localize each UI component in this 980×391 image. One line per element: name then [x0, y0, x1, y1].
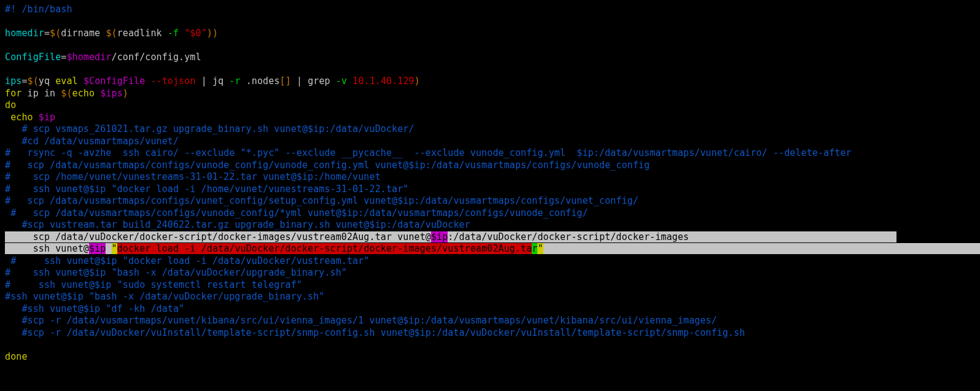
code-editor-view[interactable]: #! /bin/bash homedir=$(dirname $(readlin…	[0, 0, 980, 366]
comment-line: # ssh vunet@$ip "sudo systemctl restart …	[5, 279, 302, 290]
kw-done: done	[5, 351, 28, 362]
comment-line: # ssh vunet@$ip "docker load -i /data/vu…	[5, 255, 370, 266]
pipe: |	[196, 75, 212, 87]
selected-scp-cmd: scp /data/vuDocker/docker-script/docker-…	[33, 231, 431, 242]
comment-line: # rsync -q -avzhe ssh cairo/ --exclude "…	[5, 147, 852, 158]
comment-line: #scp -r /data/vuDocker/vuInstall/templat…	[5, 327, 745, 338]
ref-ip: $ip	[39, 112, 55, 123]
docker-load-string: docker load -i /data/vuDocker/docker-scr…	[117, 243, 532, 254]
line-shebang: #! /bin/bash	[5, 4, 72, 15]
cmd-echo: echo	[72, 88, 101, 99]
space	[33, 112, 39, 123]
flag-f: -f	[168, 28, 179, 39]
path-config: /conf/config.yml	[112, 52, 201, 63]
flag-tojson: --tojson	[150, 75, 195, 87]
kw-do: do	[5, 99, 16, 110]
pipe: |	[291, 75, 308, 87]
for-args: ip in	[21, 88, 61, 99]
var-configfile: ConfigFile	[5, 52, 61, 63]
cmd-dirname: dirname	[61, 28, 106, 39]
arg-dollar-zero: "$0"	[184, 28, 207, 39]
dollar-open: $(	[50, 28, 61, 39]
cmd-grep: grep	[308, 75, 336, 87]
brackets: []	[280, 75, 291, 87]
flag-r: -r	[229, 75, 240, 87]
jq-path: .nodes	[241, 75, 280, 87]
ref-configfile: $ConfigFile	[84, 75, 145, 87]
selected-ip-var: $ip	[431, 231, 448, 242]
close-paren: )	[414, 75, 420, 87]
selected-scp-dest: :/data/vuDocker/docker-script/docker-ima…	[448, 231, 689, 242]
var-ips: ips	[5, 75, 21, 87]
cmd-readlink: readlink	[117, 28, 168, 39]
selected-ssh-cmd: ssh vunet@	[33, 243, 89, 254]
open-quote: "	[112, 243, 117, 254]
kw-for: for	[5, 88, 21, 99]
close-paren: ))	[207, 28, 218, 39]
space	[106, 243, 111, 254]
dollar-open: $(	[61, 88, 72, 99]
var-homedir: homedir	[5, 28, 44, 39]
comment-line: # scp /data/vusmartmaps/configs/vunode_c…	[5, 207, 588, 219]
comment-line: #ssh vunet@$ip "df -kh /data"	[5, 303, 184, 314]
op-eq: =	[21, 75, 27, 87]
cmd-jq: jq	[212, 75, 229, 87]
ref-homedir: $homedir	[66, 52, 111, 63]
close-paren: )	[123, 88, 128, 99]
comment-line: #cd /data/vusmartmaps/vunet/	[5, 136, 179, 147]
comment-line: #scp vustream.tar build_240622.tar.gz up…	[5, 219, 470, 230]
comment-line: # ssh vunet@$ip "bash -x /data/vuDocker/…	[5, 267, 347, 278]
selection-trail	[543, 243, 980, 254]
selected-ip-var: $ip	[89, 243, 106, 254]
selection-pad	[5, 231, 33, 242]
dollar-open: $(	[28, 75, 39, 87]
comment-line: # scp vsmaps_261021.tar.gz upgrade_binar…	[5, 123, 414, 134]
close-quote: "	[537, 243, 543, 254]
comment-line: #scp -r /data/vusmartmaps/vunet/kibana/s…	[5, 315, 717, 326]
ref-ips: $ips	[100, 88, 123, 99]
kw-eval: eval	[55, 75, 84, 87]
comment-line: #ssh vunet@$ip "bash -x /data/vuDocker/u…	[5, 291, 324, 302]
comment-line: # scp /data/vusmartmaps/configs/vunode_c…	[5, 160, 650, 171]
ip-literal: 10.1.40.129	[352, 75, 414, 87]
space	[179, 28, 184, 39]
comment-line: # scp /data/vusmartmaps/configs/vunet_co…	[5, 195, 639, 206]
selection-pad	[5, 243, 33, 254]
op-eq: =	[44, 28, 50, 39]
comment-line: # ssh vunet@$ip "docker load -i /home/vu…	[5, 184, 408, 195]
cmd-echo: echo	[5, 112, 33, 123]
flag-v: -v	[336, 75, 347, 87]
cmd-yq: yq	[39, 75, 55, 87]
comment-line: # scp /home/vunet/vunestreams-31-01-22.t…	[5, 171, 381, 182]
dollar-open-2: $(	[106, 28, 117, 39]
selection-trail	[689, 231, 896, 242]
space	[347, 75, 352, 87]
